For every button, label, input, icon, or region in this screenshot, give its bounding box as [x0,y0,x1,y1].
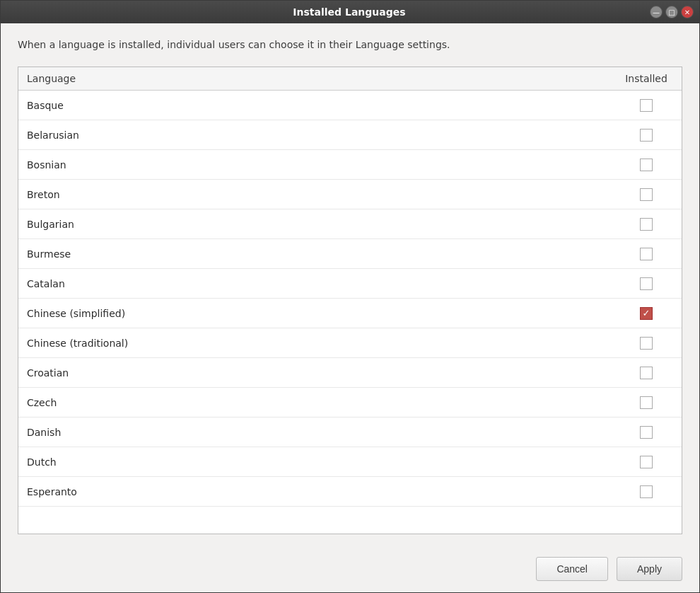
installed-checkbox[interactable] [640,218,653,231]
table-row: Burmese [18,239,682,269]
installed-checkbox[interactable] [640,396,653,409]
language-name: Danish [18,427,611,438]
installed-checkbox[interactable] [640,337,653,350]
language-name: Chinese (simplified) [18,308,611,319]
table-row: Czech [18,388,682,418]
table-row: Esperanto [18,477,682,507]
installed-checkbox[interactable] [640,485,653,498]
minimize-button[interactable]: — [650,6,663,18]
language-name: Bosnian [18,159,611,171]
maximize-button[interactable]: □ [665,6,678,18]
language-name: Basque [18,100,611,111]
titlebar: Installed Languages — □ ✕ [1,1,699,23]
language-name: Czech [18,397,611,408]
main-window: Installed Languages — □ ✕ When a languag… [0,0,700,593]
footer: Cancel Apply [1,546,699,592]
installed-checkbox[interactable] [640,307,653,320]
column-header-language: Language [18,73,611,84]
language-name: Croatian [18,367,611,379]
installed-checkbox[interactable] [640,188,653,201]
column-header-installed: Installed [611,73,682,84]
language-name: Catalan [18,278,611,289]
apply-button[interactable]: Apply [617,557,682,581]
table-row: Breton [18,180,682,209]
installed-checkbox[interactable] [640,426,653,439]
table-row: Croatian [18,358,682,388]
installed-checkbox[interactable] [640,248,653,260]
languages-table: Language Installed BasqueBelarusianBosni… [18,67,682,534]
installed-checkbox[interactable] [640,129,653,142]
cancel-button[interactable]: Cancel [536,557,608,581]
content-area: When a language is installed, individual… [1,23,699,546]
titlebar-buttons: — □ ✕ [650,6,694,18]
table-row: Bulgarian [18,209,682,239]
language-name: Bulgarian [18,219,611,230]
language-name: Chinese (traditional) [18,338,611,349]
language-name: Burmese [18,248,611,260]
table-header: Language Installed [18,67,682,91]
language-name: Belarusian [18,129,611,141]
table-row: Danish [18,418,682,447]
table-row: Basque [18,91,682,120]
close-button[interactable]: ✕ [681,6,694,18]
table-row: Dutch [18,447,682,477]
installed-checkbox[interactable] [640,277,653,290]
installed-checkbox[interactable] [640,159,653,171]
language-name: Esperanto [18,486,611,497]
language-name: Breton [18,189,611,200]
description-text: When a language is installed, individual… [18,38,682,52]
table-row: Bosnian [18,150,682,180]
language-name: Dutch [18,456,611,468]
installed-checkbox[interactable] [640,367,653,379]
table-row: Chinese (traditional) [18,328,682,358]
table-row: Chinese (simplified) [18,299,682,328]
table-body[interactable]: BasqueBelarusianBosnianBretonBulgarianBu… [18,91,682,534]
window-title: Installed Languages [49,6,650,18]
table-row: Catalan [18,269,682,299]
installed-checkbox[interactable] [640,99,653,112]
installed-checkbox[interactable] [640,456,653,468]
table-row: Belarusian [18,120,682,150]
